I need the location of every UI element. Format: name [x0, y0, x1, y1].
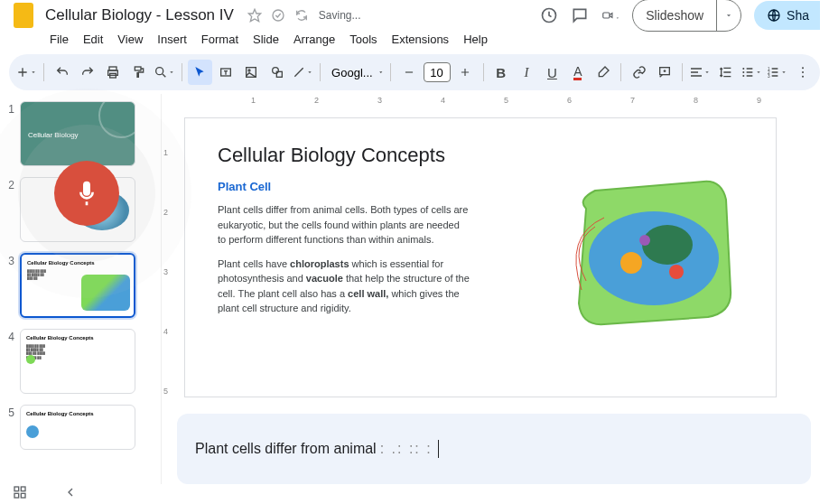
- move-icon[interactable]: [270, 7, 286, 23]
- menu-format[interactable]: Format: [195, 31, 245, 47]
- bullet-list-button[interactable]: [740, 60, 763, 85]
- slide-thumbnail-3[interactable]: Cellular Biology Concepts████ ██ █████ █…: [20, 253, 135, 318]
- chevron-down-icon[interactable]: [377, 69, 385, 76]
- slide-number: 2: [4, 177, 20, 191]
- svg-point-18: [742, 75, 744, 77]
- svg-point-24: [802, 76, 804, 78]
- star-icon[interactable]: [247, 7, 263, 23]
- svg-point-23: [802, 71, 804, 73]
- line-tool[interactable]: [291, 60, 314, 85]
- collapse-icon[interactable]: [63, 485, 78, 499]
- canvas-area: 1 2 3 4 5 6 7 8 9 Cellular Biology Conce…: [177, 94, 829, 484]
- link-button[interactable]: [627, 60, 650, 85]
- plant-cell-image[interactable]: [559, 173, 749, 335]
- menu-file[interactable]: File: [43, 31, 75, 47]
- document-title[interactable]: Cellular Biology - Lesson IV: [45, 6, 234, 24]
- app-logo[interactable]: [9, 1, 38, 30]
- slide-number: 3: [4, 253, 20, 267]
- font-size-control: [396, 60, 478, 85]
- slide-number: 1: [4, 101, 20, 116]
- menu-edit[interactable]: Edit: [77, 31, 109, 47]
- print-button[interactable]: [101, 60, 125, 85]
- paint-format-button[interactable]: [127, 60, 151, 85]
- save-status: Saving...: [319, 9, 361, 22]
- slideshow-label[interactable]: Slideshow: [633, 0, 717, 31]
- slide-title[interactable]: Cellular Biology Concepts: [218, 144, 743, 167]
- svg-point-16: [742, 68, 744, 70]
- svg-rect-31: [21, 487, 25, 491]
- share-button[interactable]: Sha: [754, 1, 820, 30]
- italic-button[interactable]: I: [515, 60, 538, 85]
- shape-tool[interactable]: [265, 60, 288, 85]
- slide-thumbnail-5[interactable]: Cellular Biology Concepts: [20, 405, 135, 450]
- video-icon[interactable]: [601, 6, 619, 24]
- svg-text:3: 3: [768, 74, 770, 79]
- add-comment-button[interactable]: [653, 60, 676, 85]
- font-increase-button[interactable]: [452, 60, 478, 85]
- textbox-tool[interactable]: [214, 60, 238, 85]
- bold-button[interactable]: B: [489, 60, 512, 85]
- number-list-button[interactable]: 123: [765, 60, 788, 85]
- zoom-button[interactable]: [153, 60, 176, 85]
- grid-view-icon[interactable]: [13, 485, 27, 499]
- svg-point-17: [742, 71, 744, 73]
- svg-point-13: [272, 68, 278, 74]
- menu-extensions[interactable]: Extensions: [386, 31, 456, 47]
- slide-canvas[interactable]: Cellular Biology Concepts Plant Cell Pla…: [184, 117, 777, 397]
- image-tool[interactable]: [239, 60, 263, 85]
- voice-caption-bar[interactable]: Plant cells differ from animal: .: :: :: [177, 414, 811, 484]
- svg-point-22: [802, 67, 804, 69]
- slideshow-button[interactable]: Slideshow: [632, 0, 741, 32]
- caption-text: Plant cells differ from animal: [195, 441, 377, 457]
- align-button[interactable]: [688, 60, 712, 85]
- font-size-input[interactable]: [424, 62, 451, 82]
- menu-bar: File Edit View Insert Format Slide Arran…: [0, 31, 829, 51]
- more-tools-button[interactable]: [791, 60, 815, 85]
- underline-button[interactable]: U: [540, 60, 564, 85]
- menu-insert[interactable]: Insert: [151, 31, 193, 47]
- menu-slide[interactable]: Slide: [247, 31, 285, 47]
- svg-point-26: [642, 225, 693, 265]
- undo-button[interactable]: [50, 60, 73, 85]
- svg-marker-0: [248, 9, 260, 21]
- slide-number: 4: [4, 329, 20, 343]
- horizontal-ruler: 1 2 3 4 5 6 7 8 9: [179, 94, 829, 110]
- svg-point-9: [156, 68, 163, 75]
- menu-help[interactable]: Help: [457, 31, 494, 47]
- menu-view[interactable]: View: [111, 31, 149, 47]
- slide-filmstrip: 1Cellular Biology 2 3Cellular Biology Co…: [0, 94, 161, 484]
- caption-cursor: [438, 440, 439, 458]
- share-label: Sha: [787, 8, 809, 23]
- font-selector[interactable]: Googl...: [326, 66, 376, 79]
- text-color-button[interactable]: A: [566, 60, 590, 85]
- voice-input-button[interactable]: [54, 161, 119, 226]
- vertical-ruler: 1 2 3 4 5: [161, 94, 177, 484]
- cloud-status-icon[interactable]: [293, 7, 310, 23]
- menu-tools[interactable]: Tools: [343, 31, 383, 47]
- toolbar: Googl... B I U A 123: [9, 54, 820, 90]
- new-slide-button[interactable]: [14, 60, 38, 85]
- slide-paragraph-1[interactable]: Plant cells differ from animal cells. Bo…: [218, 202, 470, 247]
- svg-rect-3: [603, 13, 610, 18]
- content-area: 1Cellular Biology 2 3Cellular Biology Co…: [0, 94, 829, 484]
- history-icon[interactable]: [540, 6, 558, 24]
- svg-point-1: [273, 10, 284, 21]
- highlight-button[interactable]: [591, 60, 615, 85]
- font-decrease-button[interactable]: [396, 60, 422, 85]
- menu-arrange[interactable]: Arrange: [287, 31, 341, 47]
- svg-rect-8: [135, 67, 141, 70]
- svg-point-27: [620, 252, 642, 274]
- svg-point-28: [669, 265, 684, 279]
- slide-thumbnail-4[interactable]: Cellular Biology Concepts████ ██ █████ █…: [20, 329, 135, 394]
- slide-paragraph-2[interactable]: Plant cells have chloroplasts which is e…: [218, 257, 470, 316]
- line-spacing-button[interactable]: [713, 60, 737, 85]
- redo-button[interactable]: [76, 60, 99, 85]
- slideshow-dropdown[interactable]: [717, 11, 741, 20]
- svg-rect-33: [21, 493, 25, 498]
- svg-point-29: [639, 235, 650, 246]
- slide-thumbnail-1[interactable]: Cellular Biology: [20, 101, 135, 166]
- title-bar: Cellular Biology - Lesson IV Saving... S…: [0, 0, 829, 31]
- select-tool[interactable]: [188, 60, 211, 85]
- svg-rect-30: [14, 487, 19, 491]
- comment-icon[interactable]: [571, 6, 589, 24]
